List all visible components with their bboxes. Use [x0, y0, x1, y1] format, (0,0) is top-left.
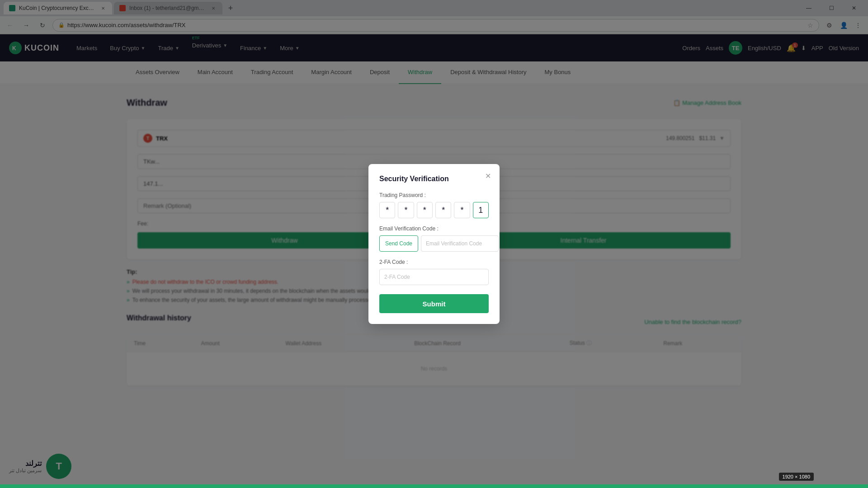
email-code-label: Email Verification Code : [379, 225, 489, 232]
page: K KUCOIN Markets Buy Crypto ▼ Trade ▼ ET… [0, 34, 868, 488]
fa-code-input[interactable] [379, 269, 489, 285]
password-dot-0[interactable]: * [379, 202, 395, 218]
submit-button[interactable]: Submit [379, 294, 489, 313]
password-dot-3[interactable]: * [435, 202, 451, 218]
password-dot-4[interactable]: * [454, 202, 470, 218]
fa-code-label: 2-FA Code : [379, 259, 489, 265]
modal-overlay[interactable]: Security Verification ✕ Trading Password… [0, 34, 868, 488]
password-dot-1[interactable]: * [398, 202, 414, 218]
security-verification-modal: Security Verification ✕ Trading Password… [368, 164, 500, 324]
green-bottom-bar [0, 484, 868, 488]
email-verification-input[interactable] [421, 235, 499, 252]
password-dot-2[interactable]: * [417, 202, 433, 218]
modal-close-button[interactable]: ✕ [482, 170, 493, 181]
email-code-row: Send Code [379, 235, 489, 252]
screen-dims-indicator: 868 × 488 [779, 473, 814, 481]
password-dots-container: * * * * * 1 [379, 202, 489, 218]
trading-password-label: Trading Password : [379, 192, 489, 198]
modal-title: Security Verification [379, 175, 489, 183]
password-dot-5[interactable]: 1 [473, 202, 489, 218]
send-code-button[interactable]: Send Code [379, 235, 418, 252]
